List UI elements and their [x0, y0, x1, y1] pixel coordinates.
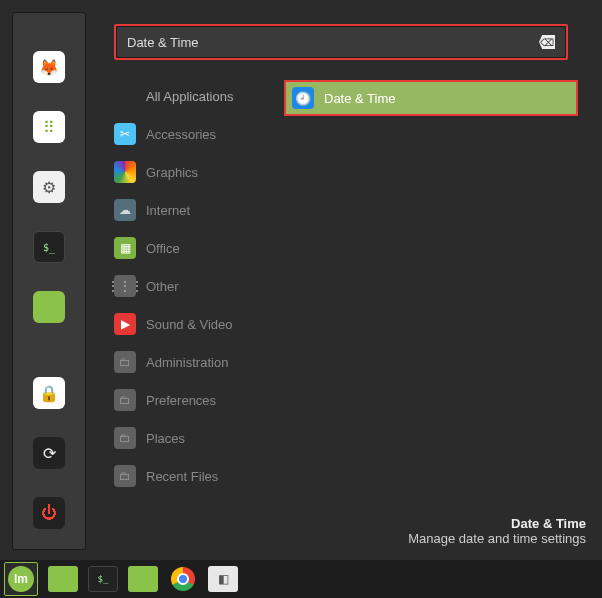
result-row: 🕘 Date & Time	[284, 82, 590, 114]
search-text: Date & Time	[127, 35, 539, 50]
category-internet[interactable]: ☁ Internet	[114, 196, 284, 224]
category-label: Sound & Video	[146, 317, 233, 332]
menu-columns: All Applications ✂ Accessories Graphics …	[114, 68, 590, 490]
clock-icon: 🕘	[292, 87, 314, 109]
category-label: Other	[146, 279, 179, 294]
accessories-icon: ✂	[114, 123, 136, 145]
logout-icon[interactable]: ⟳	[33, 437, 65, 469]
places-icon: 🗀	[114, 427, 136, 449]
category-places[interactable]: 🗀 Places	[114, 424, 284, 452]
mint-logo-icon: lm	[8, 566, 34, 592]
menu-main: Date & Time ⌫ All Applications ✂ Accesso…	[86, 12, 590, 550]
settings-icon[interactable]: ⚙	[33, 171, 65, 203]
description-title: Date & Time	[408, 516, 586, 531]
category-accessories[interactable]: ✂ Accessories	[114, 120, 284, 148]
apps-icon[interactable]: ⠿	[33, 111, 65, 143]
administration-icon: 🗀	[114, 351, 136, 373]
other-icon: ⋮⋮⋮	[114, 275, 136, 297]
category-icon-blank	[114, 85, 136, 107]
preferences-icon: 🗀	[114, 389, 136, 411]
terminal-icon[interactable]: $_	[33, 231, 65, 263]
category-label: Graphics	[146, 165, 198, 180]
taskbar-terminal-icon[interactable]: $_	[88, 566, 118, 592]
category-label: Accessories	[146, 127, 216, 142]
menu-button[interactable]: lm	[4, 562, 38, 596]
taskbar-files-icon[interactable]	[128, 566, 158, 592]
results-list: 🕘 Date & Time	[284, 68, 590, 490]
taskbar-system-icon[interactable]: ◧	[208, 566, 238, 592]
application-menu: 🦊 ⠿ ⚙ $_ 🔒 ⟳ ⏻ Date & Time ⌫ All Applica…	[12, 12, 590, 550]
item-description: Date & Time Manage date and time setting…	[408, 516, 586, 546]
taskbar-show-desktop-icon[interactable]	[48, 566, 78, 592]
category-administration[interactable]: 🗀 Administration	[114, 348, 284, 376]
firefox-icon[interactable]: 🦊	[33, 51, 65, 83]
recent-files-icon: 🗀	[114, 465, 136, 487]
search-input[interactable]: Date & Time ⌫	[116, 26, 566, 58]
result-highlight: 🕘 Date & Time	[284, 80, 578, 116]
category-list: All Applications ✂ Accessories Graphics …	[114, 68, 284, 490]
taskbar: lm $_ ◧	[0, 560, 602, 598]
category-other[interactable]: ⋮⋮⋮ Other	[114, 272, 284, 300]
category-graphics[interactable]: Graphics	[114, 158, 284, 186]
description-subtitle: Manage date and time settings	[408, 531, 586, 546]
session-group: 🔒 ⟳ ⏻	[33, 377, 65, 549]
sound-video-icon: ▶	[114, 313, 136, 335]
files-icon[interactable]	[33, 291, 65, 323]
category-label: Recent Files	[146, 469, 218, 484]
search-highlight: Date & Time ⌫	[114, 24, 568, 60]
clear-search-icon[interactable]: ⌫	[539, 35, 555, 49]
power-icon[interactable]: ⏻	[33, 497, 65, 529]
result-label: Date & Time	[324, 91, 396, 106]
office-icon: ▦	[114, 237, 136, 259]
internet-icon: ☁	[114, 199, 136, 221]
category-all-applications[interactable]: All Applications	[114, 82, 284, 110]
chrome-icon	[171, 567, 195, 591]
graphics-icon	[114, 161, 136, 183]
category-label: Administration	[146, 355, 228, 370]
category-office[interactable]: ▦ Office	[114, 234, 284, 262]
category-label: All Applications	[146, 89, 233, 104]
category-preferences[interactable]: 🗀 Preferences	[114, 386, 284, 414]
taskbar-chrome-icon[interactable]	[168, 566, 198, 592]
result-date-time[interactable]: 🕘 Date & Time	[286, 82, 576, 114]
category-sound-video[interactable]: ▶ Sound & Video	[114, 310, 284, 338]
category-label: Internet	[146, 203, 190, 218]
favorites-sidebar: 🦊 ⠿ ⚙ $_ 🔒 ⟳ ⏻	[12, 12, 86, 550]
category-label: Places	[146, 431, 185, 446]
category-label: Preferences	[146, 393, 216, 408]
category-recent-files[interactable]: 🗀 Recent Files	[114, 462, 284, 490]
lock-icon[interactable]: 🔒	[33, 377, 65, 409]
category-label: Office	[146, 241, 180, 256]
